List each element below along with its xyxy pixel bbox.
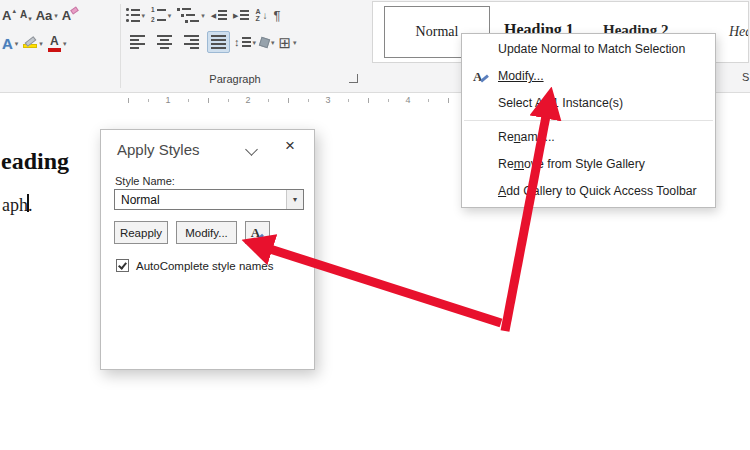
menu-item-accel: Modify... — [498, 69, 544, 83]
paragraph-dialog-launcher[interactable] — [349, 74, 358, 83]
chevron-down-icon: ▾ — [54, 12, 58, 19]
text-effects-button[interactable]: A ▾ — [2, 32, 18, 54]
shrink-font-button[interactable]: A▾ — [20, 4, 32, 26]
chevron-down-icon: ▾ — [253, 39, 257, 46]
chevron-down-icon: ▾ — [293, 196, 297, 204]
menu-item-select-all[interactable]: Select All 1 Instance(s) — [462, 90, 715, 117]
close-icon[interactable]: × — [285, 137, 295, 154]
numbering-button[interactable]: 1 2 ▾ — [151, 4, 171, 26]
menu-item-modify[interactable]: A Modify... — [462, 63, 715, 90]
menu-item-label: Re — [498, 157, 514, 171]
show-paragraph-marks-button[interactable]: ¶ — [274, 4, 281, 26]
borders-button[interactable]: ⊞ ▾ — [279, 31, 297, 53]
align-center-button[interactable] — [153, 31, 176, 53]
menu-item-label: Select All 1 Instance(s) — [498, 96, 623, 110]
indent-bars-icon — [240, 10, 249, 20]
menu-item-accel: n — [514, 130, 521, 144]
menu-item-update-normal[interactable]: Update Normal to Match Selection — [462, 36, 715, 63]
menu-item-label: Update Normal to Match Selection — [498, 42, 685, 56]
chevron-down-icon[interactable] — [245, 143, 258, 156]
decrease-indent-button[interactable]: ◀ — [211, 4, 227, 26]
reapply-button[interactable]: Reapply — [114, 221, 168, 244]
indent-bars-icon — [218, 10, 227, 20]
style-context-menu: Update Normal to Match Selection A Modif… — [461, 33, 716, 208]
line-spacing-button[interactable]: ↕ ▾ — [234, 31, 256, 53]
menu-item-label: Re — [498, 130, 514, 144]
multilevel-list-button[interactable]: ▾ — [177, 4, 205, 26]
apply-styles-pane: Apply Styles × Style Name: Normal ▾ Reap… — [100, 129, 315, 370]
chevron-down-icon: ▾ — [293, 39, 297, 46]
menu-item-label: ame... — [521, 130, 555, 144]
autocomplete-label: AutoComplete style names — [136, 260, 273, 272]
spacing-bars-icon — [242, 37, 251, 47]
clear-formatting-button[interactable]: A — [62, 4, 78, 26]
style-name-label: Style Name: — [115, 175, 175, 187]
justify-icon — [211, 35, 226, 49]
chevron-down-icon: ▾ — [63, 40, 67, 47]
style-name-value: Normal — [121, 193, 160, 207]
eraser-icon — [70, 6, 79, 14]
document-heading-text[interactable]: eading — [1, 148, 69, 175]
bullets-button[interactable]: ▾ — [126, 4, 145, 26]
grow-font-arrow-icon: ▴ — [12, 7, 16, 15]
chevron-down-icon: ▾ — [142, 12, 146, 19]
modify-style-icon: A — [473, 63, 482, 90]
word-window: A▴ A▾ Aa ▾ A A ▾ ▾ — [0, 0, 750, 450]
pane-title: Apply Styles — [117, 141, 200, 158]
justify-button[interactable] — [207, 31, 230, 53]
line-spacing-icon: ↕ — [234, 37, 240, 48]
text-effects-glyph: A — [2, 36, 13, 51]
chevron-down-icon: ▾ — [15, 40, 19, 47]
align-center-icon — [157, 35, 172, 49]
menu-item-remove-from-gallery[interactable]: Remove from Style Gallery — [462, 151, 715, 178]
grow-font-glyph: A — [2, 9, 11, 22]
change-case-glyph: Aa — [36, 9, 53, 22]
pilcrow-icon: ¶ — [274, 8, 281, 23]
font-color-icon: A — [48, 35, 61, 52]
grow-font-button[interactable]: A▴ — [2, 4, 16, 26]
align-left-button[interactable] — [126, 31, 149, 53]
change-case-button[interactable]: Aa ▾ — [36, 4, 58, 26]
autocomplete-checkbox[interactable] — [116, 259, 129, 272]
highlighter-icon — [23, 39, 37, 48]
ruler-number: 2 — [242, 95, 254, 105]
indent-right-icon: ▶ — [233, 12, 238, 19]
chevron-down-icon: ▾ — [201, 12, 205, 19]
menu-item-add-to-qat[interactable]: Add Gallery to Quick Access Toolbar — [462, 178, 715, 205]
menu-item-accel: m — [514, 157, 524, 171]
sort-arrow-icon: ↓ — [263, 10, 268, 21]
combo-dropdown-button[interactable]: ▾ — [286, 190, 303, 209]
shrink-font-arrow-icon: ▾ — [28, 15, 32, 23]
align-right-button[interactable] — [180, 31, 203, 53]
numbering-icon: 1 2 — [151, 7, 166, 23]
align-left-icon — [130, 35, 145, 49]
menu-separator — [464, 120, 713, 121]
modify-button[interactable]: Modify... — [176, 221, 237, 244]
chevron-down-icon: ▾ — [168, 12, 172, 19]
sort-button[interactable]: A Z ↓ — [255, 4, 267, 26]
group-divider — [120, 4, 121, 88]
checkmark-icon — [118, 260, 127, 269]
align-right-icon — [184, 35, 199, 49]
paint-bucket-icon — [259, 36, 270, 47]
font-color-button[interactable]: A ▾ — [48, 32, 67, 54]
font-color-glyph: A — [50, 35, 59, 47]
increase-indent-button[interactable]: ▶ — [233, 4, 249, 26]
ruler-number: 4 — [402, 95, 414, 105]
menu-item-label: dd Gallery to Quick Access Toolbar — [506, 184, 696, 198]
new-style-button[interactable]: A — [245, 221, 270, 244]
sort-az-icon: A Z — [255, 8, 260, 22]
bullets-icon — [126, 8, 140, 22]
shrink-font-glyph: A — [20, 10, 27, 20]
styles-group-label: S — [742, 71, 749, 83]
shading-button[interactable]: ▾ — [260, 31, 275, 53]
style-name-combobox[interactable]: Normal ▾ — [114, 189, 304, 210]
text-highlight-button[interactable]: ▾ — [23, 32, 43, 54]
ruler-number: 1 — [162, 95, 174, 105]
menu-item-rename[interactable]: Rename... — [462, 124, 715, 151]
style-heading-3[interactable]: Hea — [729, 24, 749, 40]
indent-left-icon: ◀ — [211, 12, 216, 19]
multilevel-list-icon — [177, 8, 199, 23]
chevron-down-icon: ▾ — [271, 39, 275, 46]
chevron-down-icon: ▾ — [39, 40, 43, 47]
